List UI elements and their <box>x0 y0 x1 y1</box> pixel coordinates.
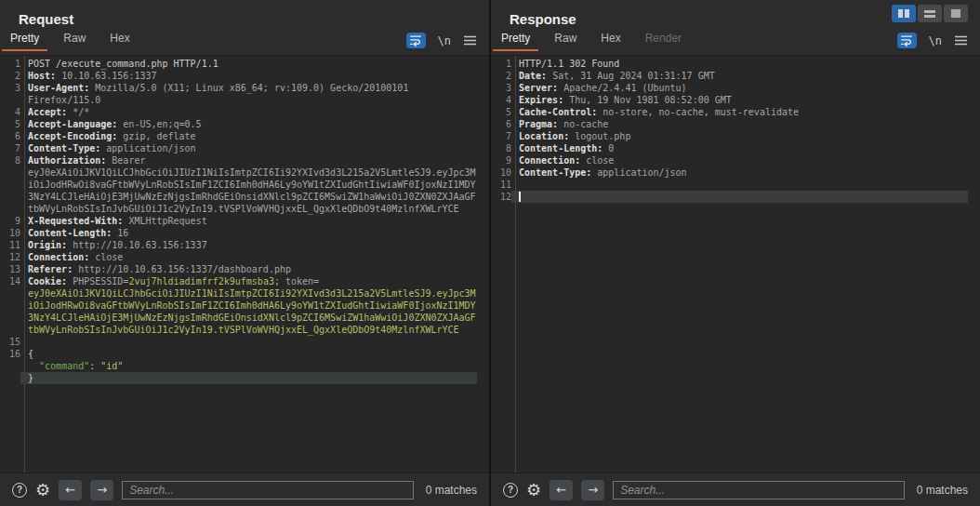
code-text: Origin: http://10.10.63.156:1337 <box>20 239 477 251</box>
line-number <box>0 166 20 179</box>
code-text <box>511 191 968 203</box>
code-line[interactable]: 2Date: Sat, 31 Aug 2024 01:31:17 GMT <box>491 70 980 82</box>
line-number <box>0 287 20 300</box>
text-cursor <box>519 192 521 202</box>
search-settings-gear-button[interactable]: ⚙ <box>35 482 50 499</box>
code-line[interactable]: 12Connection: close <box>0 251 489 263</box>
code-line[interactable]: 5Cache-Control: no-store, no-cache, must… <box>491 106 980 118</box>
code-text: Content-Type: application/json <box>511 166 968 179</box>
code-line[interactable]: eyJ0eXAiOiJKV1QiLCJhbGciOiJIUzI1NiIsImtp… <box>0 166 489 179</box>
code-line[interactable]: 10Content-Length: 16 <box>0 227 489 239</box>
line-number <box>0 360 20 372</box>
line-number: 11 <box>491 179 511 191</box>
code-text <box>511 179 968 191</box>
code-line[interactable]: iOiJodHRwOi8vaGFtbWVyLnRobSIsImF1ZCI6Imh… <box>0 300 489 312</box>
search-settings-gear-button[interactable]: ⚙ <box>526 482 541 499</box>
code-text: Referer: http://10.10.63.156:1337/dashbo… <box>20 263 477 275</box>
code-text: "command": "id" <box>20 360 477 372</box>
code-line[interactable]: 10Content-Type: application/json <box>491 166 980 179</box>
next-match-button[interactable]: → <box>581 480 604 500</box>
next-match-button[interactable]: → <box>90 480 113 500</box>
code-line[interactable]: 6Accept-Encoding: gzip, deflate <box>0 130 489 142</box>
layout-columns-button[interactable] <box>892 5 916 22</box>
code-line[interactable]: 12 <box>491 191 980 203</box>
code-line[interactable]: 16{ <box>0 348 489 360</box>
code-line[interactable]: } <box>0 372 489 384</box>
line-number: 11 <box>0 239 20 251</box>
word-wrap-icon <box>900 34 913 47</box>
tab-hex[interactable]: Hex <box>592 28 629 51</box>
newline-toggle[interactable]: \n <box>438 34 451 47</box>
code-text: Expires: Thu, 19 Nov 1981 08:52:00 GMT <box>511 94 968 106</box>
line-number: 1 <box>491 58 511 70</box>
code-line[interactable]: 7Content-Type: application/json <box>0 142 489 154</box>
code-line[interactable]: 1HTTP/1.1 302 Found <box>491 58 980 70</box>
code-line[interactable]: 3NzY4LCJleHAiOjE3MjUwNzEzNjgsImRhdGEiOns… <box>0 312 489 324</box>
code-line[interactable]: 11 <box>491 179 980 191</box>
code-text: Firefox/115.0 <box>20 94 477 106</box>
line-number: 15 <box>0 336 20 348</box>
code-line[interactable]: 15 <box>0 336 489 348</box>
code-line[interactable]: 4Expires: Thu, 19 Nov 1981 08:52:00 GMT <box>491 94 980 106</box>
code-line[interactable]: 9Connection: close <box>491 154 980 166</box>
code-line[interactable]: 11Origin: http://10.10.63.156:1337 <box>0 239 489 251</box>
previous-match-button[interactable]: ← <box>550 480 573 500</box>
panel-title: Request <box>0 0 489 27</box>
word-wrap-toggle-button[interactable] <box>406 33 426 48</box>
search-input[interactable] <box>122 481 414 499</box>
line-number: 2 <box>491 70 511 82</box>
code-line[interactable]: Firefox/115.0 <box>0 94 489 106</box>
word-wrap-toggle-button[interactable] <box>897 33 917 48</box>
code-text: Content-Length: 0 <box>511 142 968 154</box>
code-line[interactable]: 7Location: logout.php <box>491 130 980 142</box>
code-line[interactable]: 1POST /execute_command.php HTTP/1.1 <box>0 58 489 70</box>
previous-match-button[interactable]: ← <box>59 480 82 500</box>
code-text: iOiJodHRwOi8vaGFtbWVyLnRobSIsImF1ZCI6Imh… <box>20 300 477 312</box>
code-line[interactable]: tbWVyLnRobSIsInJvbGUiOiJ1c2VyIn19.tVSPlV… <box>0 324 489 336</box>
request-panel-header: Request PrettyRawHex \n <box>0 0 489 56</box>
layout-rows-button[interactable] <box>918 5 942 22</box>
code-text: tbWVyLnRobSIsInJvbGUiOiJ1c2VyIn19.tVSPlV… <box>20 203 477 215</box>
code-text: User-Agent: Mozilla/5.0 (X11; Linux x86_… <box>20 82 477 94</box>
newline-toggle[interactable]: \n <box>929 34 942 47</box>
line-number: 14 <box>0 275 20 287</box>
code-line[interactable]: 3Server: Apache/2.4.41 (Ubuntu) <box>491 82 980 94</box>
code-line[interactable]: tbWVyLnRobSIsInJvbGUiOiJ1c2VyIn19.tVSPlV… <box>0 203 489 215</box>
code-line[interactable]: 4Accept: */* <box>0 106 489 118</box>
line-number: 9 <box>0 215 20 227</box>
code-line[interactable]: 3User-Agent: Mozilla/5.0 (X11; Linux x86… <box>0 82 489 94</box>
search-input[interactable] <box>613 481 905 499</box>
code-line[interactable]: 3NzY4LCJleHAiOjE3MjUwNzEzNjgsImRhdGEiOns… <box>0 191 489 203</box>
code-line[interactable]: "command": "id" <box>0 360 489 372</box>
editor-toolbar-icons: \n <box>406 33 489 51</box>
code-line[interactable]: 14Cookie: PHPSESSID=2vuj7hldiadimfrf2k9u… <box>0 275 489 287</box>
code-line[interactable]: 9X-Requested-With: XMLHttpRequest <box>0 215 489 227</box>
code-line[interactable]: 6Pragma: no-cache <box>491 118 980 130</box>
line-number: 16 <box>0 348 20 360</box>
help-button[interactable]: ? <box>12 483 27 498</box>
code-line[interactable]: iOiJodHRwOi8vaGFtbWVyLnRobSIsImF1ZCI6Imh… <box>0 179 489 191</box>
help-button[interactable]: ? <box>503 483 518 498</box>
code-line[interactable]: 5Accept-Language: en-US,en;q=0.5 <box>0 118 489 130</box>
response-editor[interactable]: 1HTTP/1.1 302 Found2Date: Sat, 31 Aug 20… <box>491 56 980 473</box>
tab-raw[interactable]: Raw <box>55 28 94 51</box>
tab-pretty[interactable]: Pretty <box>2 28 47 51</box>
code-line[interactable]: 13Referer: http://10.10.63.156:1337/dash… <box>0 263 489 275</box>
code-line[interactable]: 8Authorization: Bearer <box>0 154 489 166</box>
code-text: } <box>20 372 477 384</box>
editor-menu-button[interactable] <box>463 35 477 46</box>
code-text: eyJ0eXAiOiJKV1QiLCJhbGciOiJIUzI1NiIsImtp… <box>20 166 477 179</box>
tab-render: Render <box>637 28 690 51</box>
code-line[interactable]: eyJ0eXAiOiJKV1QiLCJhbGciOiJIUzI1NiIsImtp… <box>0 287 489 300</box>
tab-hex[interactable]: Hex <box>101 28 138 51</box>
code-line[interactable]: 2Host: 10.10.63.156:1337 <box>0 70 489 82</box>
line-number: 4 <box>0 106 20 118</box>
tab-pretty[interactable]: Pretty <box>493 28 538 51</box>
editor-menu-button[interactable] <box>954 35 968 46</box>
code-text: iOiJodHRwOi8vaGFtbWVyLnRobSIsImF1ZCI6Imh… <box>20 179 477 191</box>
request-editor[interactable]: 1POST /execute_command.php HTTP/1.12Host… <box>0 56 489 473</box>
layout-single-button[interactable] <box>944 5 968 22</box>
line-number: 8 <box>0 154 20 166</box>
tab-raw[interactable]: Raw <box>546 28 585 51</box>
code-line[interactable]: 8Content-Length: 0 <box>491 142 980 154</box>
